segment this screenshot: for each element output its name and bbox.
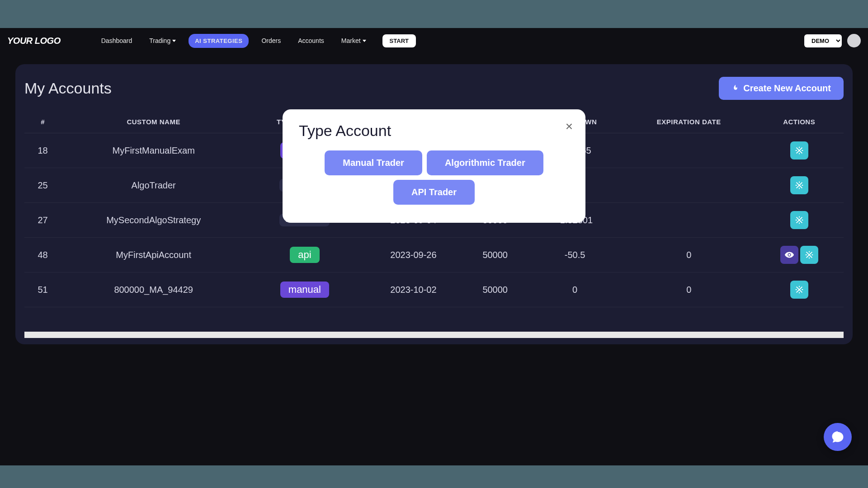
browser-chrome	[0, 0, 868, 28]
cell-type: api	[246, 238, 363, 272]
cell-name: MyFirstApiAccount	[61, 238, 246, 272]
cell-name: MySecondAlgoStrategy	[61, 203, 246, 238]
cell-created: 2023-09-26	[363, 238, 464, 272]
modal-buttons: Manual Trader Algorithmic Trader API Tra…	[299, 150, 569, 205]
col-actions: ACTIONS	[755, 111, 844, 133]
topbar: YOUR LOGO Dashboard Trading AI STRATEGIE…	[0, 28, 868, 53]
cell-name: 800000_MA_94429	[61, 272, 246, 307]
nav-trading[interactable]: Trading	[145, 34, 180, 47]
app-container: YOUR LOGO Dashboard Trading AI STRATEGIE…	[0, 28, 868, 465]
api-trader-button[interactable]: API Trader	[393, 180, 475, 205]
col-num: #	[24, 111, 61, 133]
fire-icon	[731, 84, 740, 93]
horizontal-scrollbar[interactable]	[24, 332, 844, 338]
type-badge: manual	[280, 282, 329, 298]
modal-close-button[interactable]: ×	[566, 119, 573, 134]
view-action-button[interactable]	[780, 246, 798, 264]
cell-name: AlgoTrader	[61, 168, 246, 203]
cell-actions	[755, 133, 844, 168]
cell-id: 25	[24, 168, 61, 203]
modal-title: Type Account	[299, 122, 569, 140]
cell-expiration	[623, 168, 755, 203]
cell-id: 51	[24, 272, 61, 307]
cell-name: MyFirstManualExam	[61, 133, 246, 168]
cell-expiration	[623, 133, 755, 168]
mode-selector[interactable]: DEMO	[804, 34, 842, 47]
bottom-strip	[0, 465, 868, 488]
nav-ai-strategies[interactable]: AI STRATEGIES	[189, 34, 249, 48]
cell-actions	[755, 238, 844, 272]
tools-action-button[interactable]	[790, 141, 808, 160]
create-account-button[interactable]: Create New Account	[719, 77, 844, 100]
cell-id: 18	[24, 133, 61, 168]
page-title: My Accounts	[24, 80, 112, 97]
table-row: 51800000_MA_94429manual2023-10-025000000	[24, 272, 844, 307]
cell-id: 27	[24, 203, 61, 238]
type-badge: api	[290, 247, 319, 263]
nav-dashboard[interactable]: Dashboard	[97, 34, 137, 47]
cell-expiration	[623, 203, 755, 238]
cell-actions	[755, 272, 844, 307]
col-expiration: EXPIRATION DATE	[623, 111, 755, 133]
start-button[interactable]: START	[382, 34, 416, 47]
create-button-label: Create New Account	[743, 83, 831, 94]
nav-trading-label: Trading	[149, 37, 170, 44]
cell-type: manual	[246, 272, 363, 307]
nav-accounts[interactable]: Accounts	[293, 34, 329, 47]
cell-actions	[755, 203, 844, 238]
tools-action-button[interactable]	[790, 281, 808, 299]
cell-expiration: 0	[623, 272, 755, 307]
logo: YOUR LOGO	[7, 36, 61, 46]
cell-created: 2023-10-02	[363, 272, 464, 307]
table-row: 48MyFirstApiAccountapi2023-09-2650000-50…	[24, 238, 844, 272]
panel-header: My Accounts Create New Account	[15, 77, 853, 111]
tools-action-button[interactable]	[790, 211, 808, 229]
nav-market[interactable]: Market	[337, 34, 371, 47]
manual-trader-button[interactable]: Manual Trader	[325, 150, 422, 175]
cell-balance: 50000	[463, 272, 527, 307]
avatar[interactable]	[847, 34, 861, 47]
tools-action-button[interactable]	[790, 176, 808, 194]
topbar-right: DEMO	[804, 34, 861, 47]
cell-id: 48	[24, 238, 61, 272]
chevron-down-icon	[172, 40, 176, 42]
chevron-down-icon	[363, 40, 366, 42]
cell-drawdown: -50.5	[527, 238, 623, 272]
cell-actions	[755, 168, 844, 203]
cell-expiration: 0	[623, 238, 755, 272]
type-account-modal: Type Account × Manual Trader Algorithmic…	[283, 109, 585, 223]
col-custom-name: CUSTOM NAME	[61, 111, 246, 133]
algorithmic-trader-button[interactable]: Algorithmic Trader	[427, 150, 543, 175]
nav-menu: Dashboard Trading AI STRATEGIES Orders A…	[97, 34, 416, 48]
chat-icon	[831, 430, 844, 444]
tools-action-button[interactable]	[800, 246, 818, 264]
cell-drawdown: 0	[527, 272, 623, 307]
chat-widget-button[interactable]	[824, 423, 852, 451]
nav-market-label: Market	[341, 37, 361, 44]
cell-balance: 50000	[463, 238, 527, 272]
nav-orders[interactable]: Orders	[257, 34, 285, 47]
